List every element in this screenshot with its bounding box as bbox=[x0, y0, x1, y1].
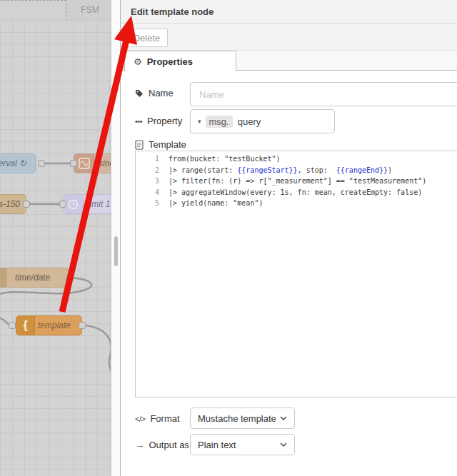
code-text: |> range(start: {{rangeStart}}, stop: {{… bbox=[169, 165, 392, 176]
code-text: |> aggregateWindow(every: 1s, fn: mean, … bbox=[169, 187, 422, 198]
clock-icon bbox=[64, 194, 84, 214]
port-template-in[interactable] bbox=[9, 322, 16, 329]
code-icon: </> bbox=[135, 415, 145, 423]
name-input[interactable] bbox=[190, 82, 457, 106]
editor-line[interactable]: 5|> yield(name: "mean") bbox=[136, 198, 457, 209]
port-sinewave-in[interactable] bbox=[70, 160, 77, 167]
dialog-tabs: ⚙ Properties bbox=[121, 51, 457, 71]
tag-icon bbox=[135, 89, 144, 98]
code-text: |> yield(name: "mean") bbox=[169, 198, 263, 209]
editor-line[interactable]: 3|> filter(fn: (r) => r["_measurement"] … bbox=[136, 176, 457, 187]
node-label: time/date bbox=[6, 273, 50, 283]
line-number: 1 bbox=[136, 153, 169, 165]
property-label: ••• Property bbox=[135, 116, 182, 126]
output-as-select[interactable]: Plain text bbox=[190, 434, 295, 455]
node-time-date[interactable]: f time/date bbox=[0, 268, 69, 288]
port-limit-in[interactable] bbox=[59, 201, 66, 208]
scrollbar-thumb[interactable] bbox=[114, 236, 118, 266]
tab-label: FSM bbox=[81, 5, 99, 15]
node-interval[interactable]: interval ↻ bbox=[0, 153, 36, 173]
line-number: 3 bbox=[136, 176, 169, 187]
node-label: s-150 bbox=[0, 199, 20, 209]
name-label: Name bbox=[135, 88, 174, 98]
caret-down-icon[interactable]: ▾ bbox=[198, 118, 201, 125]
function-icon: f bbox=[0, 268, 6, 288]
port-s150-out[interactable] bbox=[23, 201, 30, 208]
dialog-body: Name ••• Property ▾ msg. query Template … bbox=[121, 71, 457, 475]
editor-line[interactable]: 1from(bucket: "testBucket") bbox=[136, 153, 457, 165]
flow-canvas[interactable]: interval ↻ sineWave s-150 limit 1 msg/s … bbox=[0, 0, 111, 476]
workspace-tab-current[interactable] bbox=[0, 0, 66, 20]
line-number: 2 bbox=[136, 165, 169, 176]
node-label: sineWave bbox=[94, 158, 111, 168]
output-as-value: Plain text bbox=[198, 440, 236, 450]
sine-wave-icon bbox=[74, 153, 94, 173]
delete-button[interactable]: Delete bbox=[126, 29, 168, 47]
node-template[interactable]: { template bbox=[16, 315, 82, 335]
gear-icon: ⚙ bbox=[134, 56, 142, 67]
node-label: limit 1 msg/s bbox=[84, 199, 111, 209]
line-number: 5 bbox=[136, 198, 169, 209]
node-label: interval ↻ bbox=[0, 158, 26, 168]
edit-template-node-dialog: Edit template node Delete ⚙ Properties N… bbox=[120, 0, 457, 476]
port-interval-out[interactable] bbox=[38, 160, 45, 167]
template-code-editor[interactable]: 1from(bucket: "testBucket")2|> range(sta… bbox=[135, 151, 457, 397]
editor-line[interactable]: 4|> aggregateWindow(every: 1s, fn: mean,… bbox=[136, 187, 457, 198]
format-select[interactable]: Mustache template bbox=[190, 407, 295, 429]
tray-resize-gutter[interactable] bbox=[112, 0, 120, 476]
output-as-label: → Output as bbox=[135, 440, 189, 450]
dialog-title: Edit template node bbox=[121, 0, 457, 24]
node-label: template bbox=[35, 320, 71, 330]
chevron-down-icon bbox=[280, 442, 287, 447]
line-number: 4 bbox=[136, 187, 169, 198]
code-text: from(bucket: "testBucket") bbox=[169, 153, 281, 165]
wires bbox=[0, 0, 111, 476]
chevron-down-icon bbox=[280, 416, 287, 420]
port-template-out[interactable] bbox=[79, 322, 86, 329]
node-limit[interactable]: limit 1 msg/s bbox=[63, 194, 111, 214]
editor-line[interactable]: 2|> range(start: {{rangeStart}}, stop: {… bbox=[136, 165, 457, 176]
property-type-tag[interactable]: msg. bbox=[206, 116, 233, 128]
template-label: Template bbox=[135, 139, 186, 150]
code-text: |> filter(fn: (r) => r["_measurement"] =… bbox=[169, 176, 426, 187]
arrow-right-icon: → bbox=[135, 440, 144, 450]
template-file-icon bbox=[135, 140, 144, 150]
ellipsis-icon: ••• bbox=[135, 117, 142, 126]
tab-properties[interactable]: ⚙ Properties bbox=[124, 51, 236, 71]
workspace-tabbar: FSM bbox=[0, 0, 111, 20]
property-typed-input[interactable]: ▾ msg. query bbox=[190, 109, 335, 133]
dialog-toolbar: Delete bbox=[121, 24, 457, 51]
property-value[interactable]: query bbox=[238, 116, 261, 127]
template-brace-icon: { bbox=[16, 315, 35, 335]
node-sinewave[interactable]: sineWave bbox=[74, 153, 111, 173]
port-timedate-out[interactable] bbox=[66, 274, 73, 281]
format-label: </> Format bbox=[135, 413, 180, 424]
tab-label: Properties bbox=[147, 56, 193, 67]
workspace-tab-fsm[interactable]: FSM bbox=[66, 0, 111, 20]
format-value: Mustache template bbox=[198, 413, 276, 424]
